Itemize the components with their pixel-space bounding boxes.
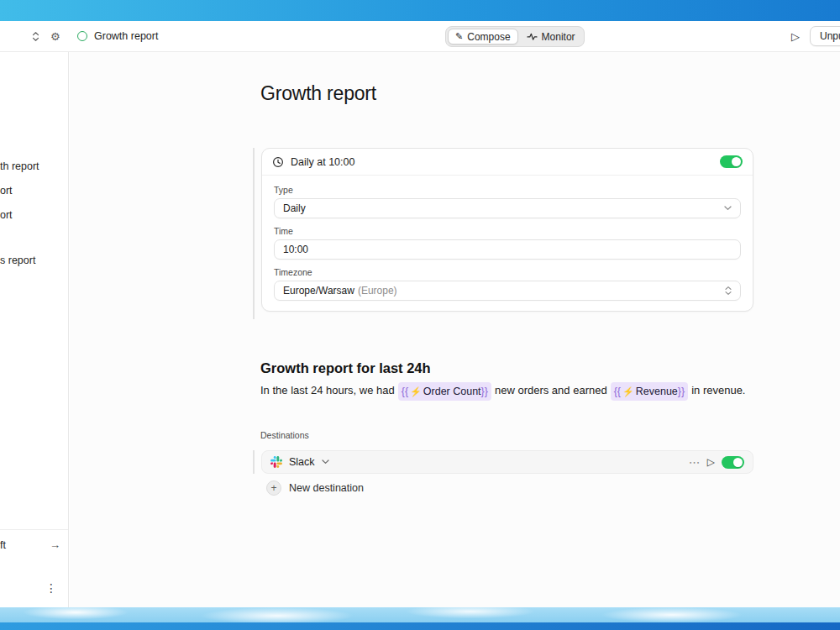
page-title[interactable]: Growth report	[260, 82, 376, 105]
timezone-suffix: (Europe)	[358, 285, 397, 297]
slack-icon	[270, 456, 282, 468]
sidebar-item-report-2[interactable]: ort	[0, 185, 13, 197]
sidebar: th report ort ort s report ft → ⋮	[0, 52, 69, 607]
time-label: Time	[274, 226, 741, 236]
destinations-label: Destinations	[260, 430, 309, 440]
new-destination-label: New destination	[289, 482, 364, 494]
sidebar-bottom-label: ft	[0, 539, 6, 551]
destination-name[interactable]: Slack	[289, 456, 315, 468]
sidebar-item-report-4[interactable]: s report	[0, 255, 35, 266]
app-header: ⚙ Growth report ✎ Compose Monitor	[0, 21, 840, 52]
paragraph-text: in revenue.	[691, 384, 745, 396]
pulse-icon	[527, 32, 538, 41]
time-input[interactable]	[283, 244, 732, 255]
taskbar-strip	[0, 622, 840, 630]
type-label: Type	[274, 185, 741, 195]
settings-gear-icon[interactable]: ⚙	[50, 31, 60, 42]
expand-collapse-icon[interactable]	[31, 31, 40, 42]
sidebar-overflow-menu-icon[interactable]: ⋮	[45, 581, 57, 595]
up-down-stepper-icon	[725, 286, 732, 296]
destination-run-icon[interactable]: ▷	[707, 457, 715, 467]
desktop-wallpaper-top	[0, 0, 840, 21]
tab-compose-label: Compose	[467, 31, 510, 43]
sidebar-item-report-1[interactable]: th report	[0, 160, 39, 172]
header-report-title: Growth report	[94, 30, 158, 42]
paragraph-text: In the last 24 hours, we had	[260, 384, 395, 396]
pencil-icon: ✎	[455, 31, 463, 42]
app-window: ⚙ Growth report ✎ Compose Monitor	[0, 21, 840, 607]
sidebar-bottom-item[interactable]: ft →	[0, 538, 60, 551]
report-status-icon	[77, 31, 87, 41]
step-connector-line	[253, 450, 255, 474]
new-destination-button[interactable]: + New destination	[266, 480, 364, 496]
schedule-title: Daily at 10:00	[291, 156, 713, 168]
arrow-right-icon: →	[50, 538, 60, 551]
schedule-card: Daily at 10:00 Type Daily Time	[261, 148, 753, 312]
schedule-card-body: Type Daily Time Timezone Europ	[262, 176, 753, 311]
bolt-icon: ⚡	[410, 383, 422, 400]
destination-more-icon[interactable]: ⋯	[689, 456, 701, 468]
tab-monitor[interactable]: Monitor	[520, 29, 582, 45]
tab-compose[interactable]: ✎ Compose	[448, 29, 518, 45]
chevron-down-icon	[724, 206, 732, 211]
sidebar-item-report-3[interactable]: ort	[0, 209, 13, 221]
document-title[interactable]: Growth report	[77, 21, 158, 51]
report-body-heading[interactable]: Growth report for last 24h	[260, 360, 431, 376]
main-content: Growth report Daily at 10:00 Type	[70, 52, 840, 607]
screen: ⚙ Growth report ✎ Compose Monitor	[0, 0, 840, 630]
type-value: Daily	[283, 202, 306, 214]
time-field	[274, 239, 741, 260]
destination-toggle[interactable]	[722, 456, 744, 469]
type-select[interactable]: Daily	[274, 198, 741, 218]
schedule-card-header: Daily at 10:00	[262, 149, 753, 176]
timezone-select[interactable]: Europe/Warsaw (Europe)	[274, 281, 741, 301]
timezone-value: Europe/Warsaw	[283, 285, 354, 297]
destination-row-slack: Slack ⋯ ▷	[261, 450, 753, 474]
sidebar-divider	[0, 529, 68, 530]
unpublish-button[interactable]: Unpublish	[810, 26, 840, 46]
timezone-label: Timezone	[274, 267, 741, 277]
clock-icon	[272, 156, 284, 168]
schedule-toggle[interactable]	[720, 155, 743, 168]
step-connector-line	[253, 148, 255, 319]
plus-icon: +	[266, 480, 281, 496]
report-body-paragraph[interactable]: In the last 24 hours, we had{{⚡Order Cou…	[260, 382, 815, 401]
tab-monitor-label: Monitor	[542, 31, 575, 43]
variable-chip-order-count[interactable]: {{⚡Order Count}}	[398, 382, 491, 401]
mode-switcher: ✎ Compose Monitor	[445, 26, 585, 47]
run-play-icon[interactable]: ▷	[791, 31, 800, 42]
variable-chip-revenue[interactable]: {{⚡Revenue}}	[611, 382, 689, 401]
bolt-icon: ⚡	[622, 383, 634, 400]
paragraph-text: new orders and earned	[495, 384, 607, 396]
chevron-down-icon[interactable]	[322, 459, 329, 465]
desktop-wallpaper-bottom	[0, 607, 840, 630]
